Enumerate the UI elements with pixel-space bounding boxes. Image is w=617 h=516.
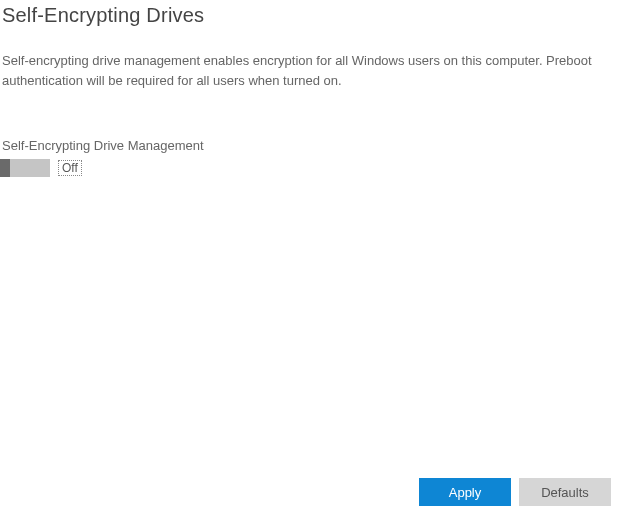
toggle-section-label: Self-Encrypting Drive Management	[0, 90, 617, 153]
sed-management-toggle[interactable]	[0, 159, 50, 177]
page-title: Self-Encrypting Drives	[0, 0, 617, 27]
button-bar: Apply Defaults	[419, 478, 611, 506]
apply-button[interactable]: Apply	[419, 478, 511, 506]
toggle-state-label: Off	[58, 160, 82, 176]
toggle-row: Off	[0, 153, 617, 177]
defaults-button[interactable]: Defaults	[519, 478, 611, 506]
toggle-knob	[0, 159, 10, 177]
page-description: Self-encrypting drive management enables…	[0, 27, 617, 90]
